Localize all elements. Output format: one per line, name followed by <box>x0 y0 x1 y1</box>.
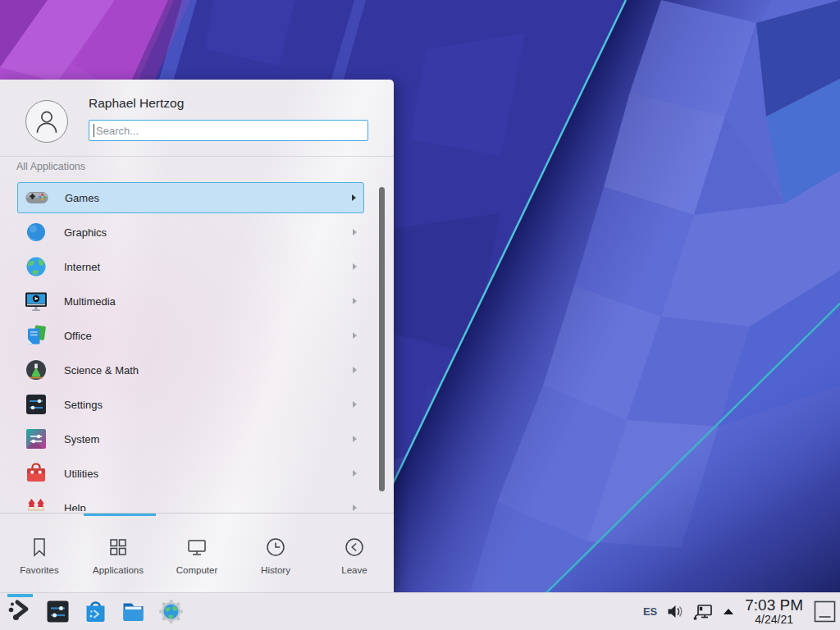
launcher-tab-bar: Favorites Applications Computer <box>0 516 394 592</box>
keyboard-layout-indicator[interactable]: ES <box>643 605 657 618</box>
category-science-math[interactable]: Science & Math <box>17 354 364 386</box>
taskbar-panel: ES 7:03 PM 4/24/21 <box>0 592 840 630</box>
discover-button[interactable] <box>82 598 109 625</box>
clock-date: 4/24/21 <box>745 614 803 626</box>
web-browser-button[interactable] <box>158 598 185 625</box>
gamepad-icon <box>24 185 50 211</box>
grid-icon <box>106 535 130 559</box>
tab-label: Favorites <box>20 565 58 575</box>
application-launcher-menu: Raphael Hertzog All Applications Games <box>0 80 394 592</box>
system-settings-icon <box>44 598 71 625</box>
category-label: Settings <box>64 399 103 411</box>
category-system[interactable]: System <box>17 423 364 454</box>
category-internet[interactable]: Internet <box>17 251 364 282</box>
category-label: Games <box>65 192 99 204</box>
user-name: Raphael Hertzog <box>89 96 184 111</box>
submenu-arrow-icon <box>353 332 357 339</box>
system-sliders-icon <box>23 426 49 452</box>
help-icon <box>23 495 49 511</box>
submenu-arrow-icon <box>353 436 357 442</box>
kickoff-launcher-button[interactable] <box>7 598 34 625</box>
discover-icon <box>82 598 109 625</box>
toolbox-icon <box>23 460 49 486</box>
paint-ball-icon <box>23 219 49 245</box>
category-label: Graphics <box>64 226 107 239</box>
scrollbar-handle[interactable] <box>379 187 385 491</box>
submenu-arrow-icon <box>353 229 357 235</box>
monitor-icon <box>185 535 209 559</box>
category-label: Science & Math <box>64 364 139 377</box>
tab-favorites[interactable]: Favorites <box>0 516 79 592</box>
category-list: Games Graphics Internet <box>0 182 374 511</box>
category-settings[interactable]: Settings <box>17 389 364 420</box>
category-label: Help <box>64 502 86 512</box>
bookmark-icon <box>27 535 52 559</box>
category-multimedia[interactable]: Multimedia <box>17 285 364 317</box>
user-icon <box>30 105 63 138</box>
category-utilities[interactable]: Utilities <box>17 458 364 489</box>
category-office[interactable]: Office <box>17 320 364 351</box>
leave-circle-icon <box>342 535 367 559</box>
submenu-arrow-icon <box>353 470 357 477</box>
system-tray: ES 7:03 PM 4/24/21 <box>643 593 836 630</box>
submenu-arrow-icon <box>353 263 357 270</box>
flask-icon <box>23 357 49 383</box>
category-label: Internet <box>64 261 100 273</box>
tab-label: Computer <box>176 565 218 575</box>
search-input[interactable] <box>89 120 368 141</box>
file-manager-button[interactable] <box>120 598 147 625</box>
volume-icon[interactable] <box>666 603 683 620</box>
web-globe-icon <box>158 598 185 625</box>
category-graphics[interactable]: Graphics <box>17 217 364 248</box>
category-label: Utilities <box>64 468 98 480</box>
section-label: All Applications <box>16 161 85 172</box>
search-box <box>89 120 368 141</box>
category-label: Office <box>64 330 92 342</box>
category-label: Multimedia <box>64 295 116 308</box>
submenu-arrow-icon <box>353 401 357 408</box>
tab-label: Applications <box>93 565 144 575</box>
taskbar-apps <box>7 593 185 630</box>
header-divider <box>0 156 394 157</box>
tab-label: History <box>261 565 290 575</box>
network-icon[interactable] <box>692 603 714 621</box>
expand-up-arrow-icon[interactable] <box>723 608 734 615</box>
submenu-arrow-icon <box>353 504 357 511</box>
category-games[interactable]: Games <box>17 182 364 213</box>
kickoff-launcher-icon <box>7 598 34 625</box>
user-avatar[interactable] <box>25 100 68 143</box>
clock-icon <box>263 535 288 559</box>
digital-clock[interactable]: 7:03 PM 4/24/21 <box>745 597 803 627</box>
tab-bar-divider <box>0 513 394 514</box>
active-app-indicator <box>7 594 33 597</box>
documents-icon <box>23 322 49 349</box>
show-desktop-button[interactable] <box>814 600 836 623</box>
system-settings-button[interactable] <box>44 598 71 625</box>
submenu-arrow-icon <box>353 367 357 373</box>
tab-history[interactable]: History <box>236 516 315 592</box>
tab-computer[interactable]: Computer <box>158 516 236 592</box>
clock-time: 7:03 PM <box>745 597 803 614</box>
text-caret <box>94 124 94 137</box>
file-manager-icon <box>120 598 147 625</box>
sliders-icon <box>23 391 49 418</box>
tab-leave[interactable]: Leave <box>315 516 394 592</box>
submenu-arrow-icon <box>353 298 357 304</box>
globe-icon <box>23 253 49 280</box>
tab-applications[interactable]: Applications <box>79 516 158 592</box>
category-help[interactable]: Help <box>17 492 364 511</box>
tab-label: Leave <box>341 565 367 575</box>
submenu-arrow-icon <box>352 194 356 201</box>
category-label: System <box>64 433 99 445</box>
media-player-icon <box>23 288 49 314</box>
